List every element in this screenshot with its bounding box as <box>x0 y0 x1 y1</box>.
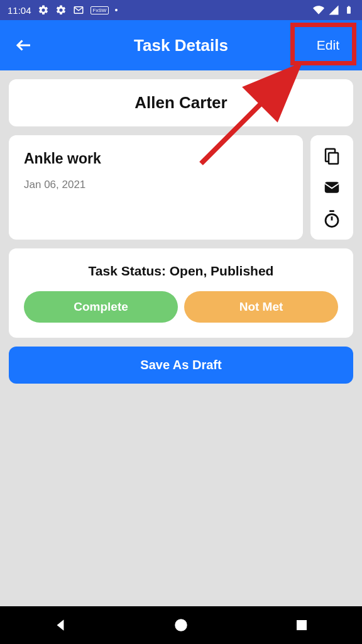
nav-home-icon <box>173 617 189 633</box>
task-row: Ankle work Jan 06, 2021 <box>9 135 353 240</box>
copy-icon <box>322 147 341 165</box>
status-card: Task Status: Open, Published Complete No… <box>9 248 353 338</box>
client-name: Allen Carter <box>23 93 339 113</box>
not-met-button[interactable]: Not Met <box>184 291 338 323</box>
status-right <box>313 4 354 16</box>
wifi-icon <box>313 4 324 16</box>
svg-rect-5 <box>329 153 338 164</box>
mail-button[interactable] <box>321 177 343 198</box>
page-title: Task Details <box>134 36 228 55</box>
edit-button[interactable]: Edit <box>307 33 349 58</box>
task-date: Jan 06, 2021 <box>24 179 288 191</box>
svg-rect-1 <box>347 7 351 14</box>
status-button-row: Complete Not Met <box>24 291 338 323</box>
nav-back-button[interactable] <box>48 613 73 638</box>
svg-rect-6 <box>325 182 339 193</box>
task-actions-column <box>310 135 353 240</box>
copy-button[interactable] <box>321 145 343 167</box>
signal-icon <box>328 4 339 16</box>
timer-icon <box>322 209 341 228</box>
fxsw-badge: FxSW <box>90 6 109 14</box>
timer-button[interactable] <box>321 208 343 230</box>
task-title: Ankle work <box>24 150 288 167</box>
mail-icon <box>322 178 341 197</box>
svg-rect-9 <box>297 620 307 630</box>
complete-button[interactable]: Complete <box>24 291 178 323</box>
svg-rect-2 <box>348 6 349 8</box>
android-nav-bar <box>0 606 362 644</box>
gear-icon <box>38 4 49 16</box>
back-button[interactable] <box>13 34 35 57</box>
status-time: 11:04 <box>8 5 31 16</box>
nav-recent-button[interactable] <box>289 613 314 638</box>
task-status-label: Task Status: Open, Published <box>24 264 338 279</box>
gear-icon-2 <box>55 4 67 16</box>
app-bar: Task Details Edit <box>0 20 362 70</box>
status-left: 11:04 FxSW <box>8 4 118 16</box>
android-status-bar: 11:04 FxSW <box>0 0 362 20</box>
nav-back-icon <box>52 617 69 633</box>
arrow-left-icon <box>14 36 33 55</box>
client-name-card: Allen Carter <box>9 79 353 126</box>
save-draft-button[interactable]: Save As Draft <box>9 347 353 384</box>
task-card: Ankle work Jan 06, 2021 <box>9 135 303 240</box>
notification-dot-icon <box>115 9 118 11</box>
content-area: Allen Carter Ankle work Jan 06, 2021 Tas… <box>0 70 362 392</box>
svg-point-8 <box>175 619 187 631</box>
battery-icon <box>343 4 354 16</box>
gmail-icon <box>73 4 84 16</box>
nav-recent-icon <box>294 618 309 633</box>
nav-home-button[interactable] <box>168 613 194 638</box>
